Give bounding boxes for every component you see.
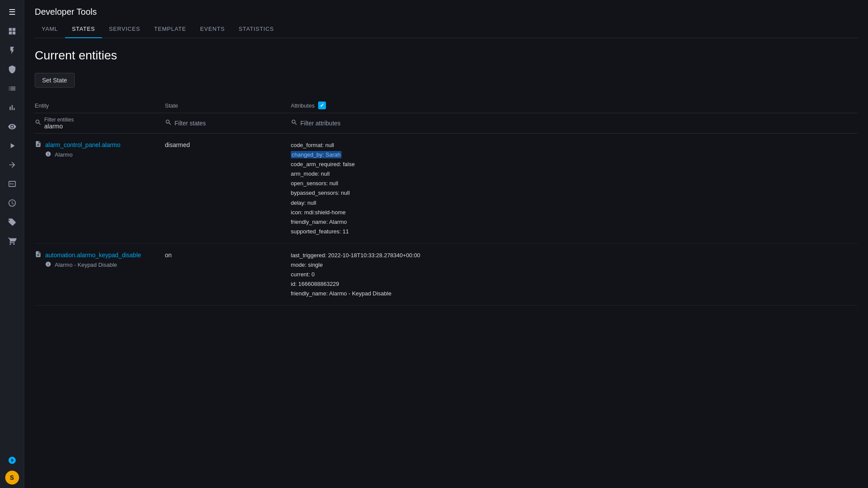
entity-filter-input[interactable]	[44, 123, 120, 130]
attr-line: icon: mdi:shield-home	[291, 208, 858, 217]
attr-line: open_sensors: null	[291, 179, 858, 188]
attrs-search-icon	[291, 119, 298, 128]
attrs-filter-input[interactable]	[300, 120, 851, 127]
play-icon[interactable]	[3, 137, 21, 154]
entity-filter-placeholder: Filter entities	[44, 117, 120, 123]
attr-line: friendly_name: Alarmo - Keypad Disable	[291, 289, 858, 298]
entities-table: Entity State Attributes Filter enti	[35, 98, 858, 306]
tabs: YAML STATES SERVICES TEMPLATE EVENTS STA…	[35, 20, 858, 38]
table-header-row: Entity State Attributes	[35, 98, 858, 113]
app-title: Developer Tools	[35, 7, 858, 17]
entity-col-label: Entity	[35, 102, 49, 109]
attr-line: friendly_name: Alarmo	[291, 217, 858, 227]
table-row: alarm_control_panel.alarmo Alarmo disarm…	[35, 134, 858, 244]
attrs-cell-1: code_format: null changed_by: Sarah code…	[291, 141, 858, 236]
main-content: Developer Tools YAML STATES SERVICES TEM…	[24, 0, 868, 488]
entity-search-icon	[35, 119, 42, 128]
entity-friendly-2: Alarmo - Keypad Disable	[35, 261, 165, 269]
entity-link-row-2: automation.alarmo_keypad_disable	[35, 251, 165, 259]
attr-line: bypassed_sensors: null	[291, 188, 858, 198]
entity-cell-2: automation.alarmo_keypad_disable Alarmo …	[35, 251, 165, 269]
cart-icon[interactable]	[3, 233, 21, 250]
entity-doc-icon-1	[35, 141, 42, 149]
attr-line: delay: null	[291, 198, 858, 208]
attrs-col-label: Attributes	[291, 102, 315, 109]
dev-tools-icon[interactable]	[3, 452, 21, 469]
entity-link-row-1: alarm_control_panel.alarmo	[35, 141, 165, 149]
state-cell-1: disarmed	[165, 141, 291, 148]
tab-states[interactable]: STATES	[65, 20, 102, 38]
state-filter-wrap	[165, 119, 291, 128]
clock-icon[interactable]	[3, 194, 21, 212]
attr-line: supported_features: 11	[291, 227, 858, 236]
content-area: Current entities Set State Entity State …	[24, 38, 868, 488]
chart-icon[interactable]	[3, 99, 21, 116]
attrs-filter-wrap	[291, 119, 858, 128]
state-cell-2: on	[165, 251, 291, 259]
state-col-label: State	[165, 102, 178, 109]
attr-line: code_arm_required: false	[291, 160, 858, 169]
arrow-icon[interactable]	[3, 156, 21, 174]
attr-line: current: 0	[291, 270, 858, 279]
attributes-checkbox[interactable]	[318, 102, 326, 109]
sidebar: ☰ S	[0, 0, 24, 488]
entity-friendly-name-2: Alarmo - Keypad Disable	[55, 262, 117, 268]
entity-filter-wrap: Filter entities	[35, 117, 165, 130]
shield-icon[interactable]	[3, 61, 21, 78]
attr-line-highlighted: changed_by: Sarah	[291, 150, 858, 160]
entity-cell-1: alarm_control_panel.alarmo Alarmo	[35, 141, 165, 158]
tab-yaml[interactable]: YAML	[35, 20, 65, 38]
set-state-button[interactable]: Set State	[35, 73, 75, 88]
page-title: Current entities	[35, 49, 858, 62]
entity-friendly-1: Alarmo	[35, 151, 165, 158]
attrs-cell-2: last_triggered: 2022-10-18T10:33:28.2783…	[291, 251, 858, 298]
dashboard-icon[interactable]	[3, 23, 21, 40]
tab-events[interactable]: EVENTS	[193, 20, 232, 38]
attr-line: last_triggered: 2022-10-18T10:33:28.2783…	[291, 251, 858, 260]
eye-icon[interactable]	[3, 118, 21, 135]
user-avatar[interactable]: S	[5, 471, 19, 485]
attr-line: arm_mode: null	[291, 169, 858, 179]
terminal-icon[interactable]	[3, 175, 21, 193]
table-row: automation.alarmo_keypad_disable Alarmo …	[35, 244, 858, 306]
info-icon-1	[45, 151, 51, 158]
state-search-icon	[165, 119, 172, 128]
entity-col-header: Entity	[35, 102, 165, 109]
attr-line: id: 1666088863229	[291, 279, 858, 289]
entity-friendly-name-1: Alarmo	[55, 151, 72, 158]
list-icon[interactable]	[3, 80, 21, 97]
tag-icon[interactable]	[3, 213, 21, 231]
entity-link-2[interactable]: automation.alarmo_keypad_disable	[45, 252, 141, 259]
info-icon-2	[45, 261, 51, 269]
state-filter-input[interactable]	[174, 120, 284, 127]
state-col-header: State	[165, 102, 291, 109]
entity-doc-icon-2	[35, 251, 42, 259]
tab-services[interactable]: SERVICES	[102, 20, 147, 38]
lightning-icon[interactable]	[3, 42, 21, 59]
tab-template[interactable]: TEMPLATE	[147, 20, 193, 38]
header: Developer Tools YAML STATES SERVICES TEM…	[24, 0, 868, 38]
entity-link-1[interactable]: alarm_control_panel.alarmo	[45, 141, 121, 148]
attr-line: code_format: null	[291, 141, 858, 150]
attr-line: mode: single	[291, 260, 858, 270]
filter-row: Filter entities	[35, 113, 858, 134]
tab-statistics[interactable]: STATISTICS	[232, 20, 281, 38]
menu-icon[interactable]: ☰	[3, 3, 21, 21]
attrs-col-header: Attributes	[291, 102, 858, 109]
